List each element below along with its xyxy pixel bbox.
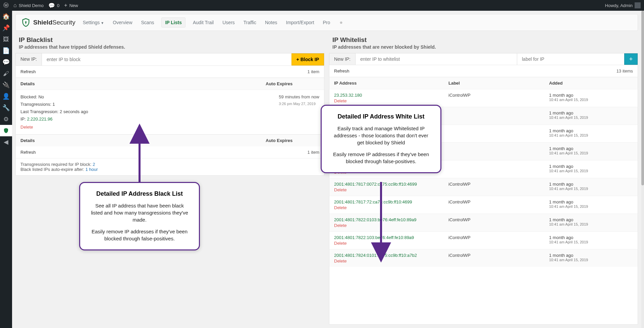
whitelist-label-cell — [448, 110, 549, 121]
whitelist-label-cell: iControlWP — [448, 182, 549, 192]
nav-notes[interactable]: Notes — [264, 18, 279, 27]
menu-pages-icon[interactable]: 📄 — [0, 45, 12, 56]
whitelist-delete[interactable]: Delete — [334, 205, 347, 210]
whitelist-added-cell: 1 month ago10:41 am April 15, 2019 — [549, 128, 633, 139]
add-whitelist-button[interactable]: + — [624, 53, 638, 65]
menu-users-icon[interactable]: 👤 — [0, 91, 12, 102]
main-content: ShieldSecurity Settings▼ Overview Scans … — [12, 11, 641, 328]
menu-collapse-icon[interactable]: ◀ — [0, 136, 12, 148]
nav-pro[interactable]: Pro — [322, 18, 332, 27]
blacklist-panel: IP Blacklist IP addresses that have trip… — [15, 34, 324, 325]
whitelist-label-cell: iControlWP — [448, 217, 549, 228]
plus-icon: + — [629, 56, 633, 63]
whitelist-label-input[interactable] — [517, 53, 624, 65]
whitelist-input-row: New IP: + — [329, 53, 638, 65]
whitelist-delete[interactable]: Delete — [334, 241, 347, 246]
blacklist-ip-link[interactable]: 2.220.221.96 — [27, 116, 53, 122]
blacklist-ip-input[interactable] — [42, 53, 291, 65]
blacklist-ip-line: IP: 2.220.221.96 — [20, 115, 319, 123]
new-content-link[interactable]: +New — [64, 2, 78, 8]
menu-appearance-icon[interactable]: 🖌 — [0, 68, 12, 79]
blacklist-blocked: Blocked: No — [20, 93, 319, 101]
whitelist-added-cell: 1 month ago10:41 am April 15, 2019 — [549, 182, 633, 192]
blacklist-input-row: New IP: +Block IP — [15, 53, 324, 66]
blacklist-head-expire: Auto Expires — [266, 81, 319, 86]
transgressions-link[interactable]: 2 — [93, 162, 95, 167]
whitelist-refresh[interactable]: Refresh — [334, 68, 350, 74]
blacklist-delete[interactable]: Delete — [20, 124, 33, 131]
whitelist-added-cell: 1 month ago10:41 am April 15, 2019 — [549, 199, 633, 210]
svg-rect-1 — [25, 22, 26, 24]
nav-overview[interactable]: Overview — [111, 18, 133, 27]
whitelist-delete[interactable]: Delete — [334, 187, 347, 192]
menu-tools-icon[interactable]: 🔧 — [0, 102, 12, 113]
whitelist-ip-link[interactable]: 2001:4801:7822:103:be76:4eff:fe10:89a9 — [334, 235, 448, 240]
whitelist-label-cell — [448, 164, 549, 175]
blacklist-expire: 59 minutes from now — [279, 93, 319, 101]
whitelist-delete[interactable]: Delete — [334, 223, 347, 228]
blacklist-footer: Transgressions required for IP block: 2 … — [16, 158, 324, 175]
whitelist-ip-input[interactable] — [356, 53, 517, 65]
nav-audit-trail[interactable]: Audit Trail — [192, 18, 215, 27]
blacklist-head-details: Details — [20, 81, 266, 86]
menu-media-icon[interactable]: 🖼 — [0, 34, 12, 45]
nav-traffic[interactable]: Traffic — [242, 18, 258, 27]
whitelist-ip-link[interactable]: 2001:4801:7817:0072:ca75:cc9b:ff10:4699 — [334, 182, 448, 187]
blacklist-refresh-2[interactable]: Refresh — [20, 150, 36, 155]
menu-dashboard-icon[interactable]: 🏠 — [0, 11, 12, 22]
menu-comments-icon[interactable]: 💬 — [0, 56, 12, 68]
whitelist-ip-link[interactable]: 2001:4801:7824:0101:ca75:cc9b:ff10:a7b2 — [334, 253, 448, 258]
nav-ip-lists[interactable]: IP Lists — [161, 17, 185, 28]
shield-logo[interactable]: ShieldSecurity — [21, 18, 75, 27]
nav-scans[interactable]: Scans — [140, 18, 156, 27]
whitelist-count: 13 items — [616, 68, 633, 74]
whitelist-added-cell: 1 month ago10:41 am April 15, 2019 — [549, 110, 633, 121]
callout-black-p2: Easily remove IP addresses if they've be… — [89, 228, 190, 242]
scrollbar[interactable] — [641, 11, 644, 328]
whitelist-delete[interactable]: Delete — [334, 259, 347, 264]
status-dot-icon: ● — [339, 19, 343, 26]
callout-white-p1: Easily track and manage Whitelisted IP a… — [330, 125, 432, 146]
blacklist-expire-sub: 3:26 pm May 27, 2019 — [279, 101, 319, 107]
whitelist-delete[interactable]: Delete — [334, 98, 347, 103]
whitelist-row: 23.253.32.180DeleteiControlWP1 month ago… — [329, 89, 638, 107]
whitelist-ip-link[interactable]: 2001:4801:7817:72:ca75:cc9b:ff10:4699 — [334, 199, 448, 204]
whitelist-ip-link[interactable]: 23.253.32.180 — [334, 93, 448, 98]
menu-settings-icon[interactable]: ⚙ — [0, 113, 12, 125]
site-title: Shield Demo — [19, 3, 44, 8]
blacklist-subtitle: IP addresses that have tripped Shield de… — [15, 44, 324, 53]
expire-link[interactable]: 1 hour — [86, 167, 98, 172]
comments-link[interactable]: 💬0 — [48, 2, 59, 9]
whitelist-ip-link[interactable]: 2001:4801:7822:0103:be76:4eff:fe10:89a9 — [334, 217, 448, 222]
wp-logo[interactable]: ⓦ — [3, 2, 9, 9]
whitelist-newip-label: New IP: — [329, 53, 356, 65]
blacklist-refresh[interactable]: Refresh — [20, 69, 36, 74]
blacklist-count-2: 1 item — [308, 150, 319, 155]
whitelist-title: IP Whitelist — [329, 34, 638, 44]
blacklist-head-expire-2: Auto Expires — [266, 138, 319, 143]
callout-white-title: Detailed IP Address White List — [330, 113, 432, 120]
nav-settings[interactable]: Settings▼ — [82, 18, 106, 27]
block-ip-button[interactable]: +Block IP — [291, 53, 324, 65]
whitelist-label-cell: iControlWP — [448, 199, 549, 210]
whitelist-label-cell — [448, 146, 549, 157]
callout-black-title: Detailed IP Address Black List — [89, 190, 190, 197]
menu-shield-icon[interactable] — [0, 125, 12, 136]
blacklist-last-trans: Last Transgression: 2 seconds ago — [20, 108, 319, 115]
whitelist-head-label: Label — [448, 81, 549, 86]
whitelist-added-cell: 1 month ago10:41 am April 15, 2019 — [549, 253, 633, 264]
account-link[interactable]: Howdy, Admin — [605, 2, 641, 8]
whitelist-added-cell: 1 month ago10:41 am April 15, 2019 — [549, 164, 633, 175]
wp-admin-bar: ⓦ ⌂Shield Demo 💬0 +New Howdy, Admin — [0, 0, 644, 11]
wp-admin-menu: 🏠 📌 🖼 📄 💬 🖌 🔌 👤 🔧 ⚙ ◀ — [0, 11, 12, 328]
nav-users[interactable]: Users — [221, 18, 236, 27]
blacklist-transgressions: Transgressions: 1 — [20, 101, 319, 108]
menu-plugins-icon[interactable]: 🔌 — [0, 79, 12, 91]
shield-icon — [21, 18, 31, 27]
blacklist-count: 1 item — [308, 69, 319, 74]
plus-icon: + — [297, 57, 299, 62]
site-name-link[interactable]: ⌂Shield Demo — [13, 2, 44, 8]
whitelist-label-cell: iControlWP — [448, 235, 549, 246]
nav-import-export[interactable]: Import/Export — [285, 18, 316, 27]
menu-pin-icon[interactable]: 📌 — [0, 22, 12, 34]
